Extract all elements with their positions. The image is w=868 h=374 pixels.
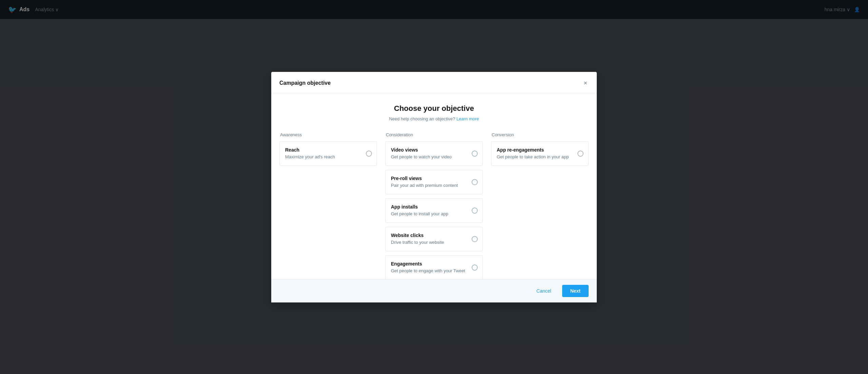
app-re-engagements-option[interactable]: App re-engagements Get people to take ac… <box>491 141 589 166</box>
video-views-radio[interactable] <box>472 151 478 157</box>
awareness-column: Awareness Reach Maximize your ad's reach <box>279 132 377 279</box>
website-clicks-desc: Drive traffic to your website <box>391 239 469 245</box>
app-re-engagements-desc: Get people to take action in your app <box>497 154 575 160</box>
pre-roll-views-radio[interactable] <box>472 179 478 185</box>
modal-header: Campaign objective × <box>271 72 597 93</box>
consideration-column: Consideration Video views Get people to … <box>385 132 483 279</box>
website-clicks-option[interactable]: Website clicks Drive traffic to your web… <box>385 227 483 251</box>
modal-title: Campaign objective <box>279 80 331 86</box>
reach-title: Reach <box>285 147 363 153</box>
next-button[interactable]: Next <box>562 285 589 297</box>
engagements-option[interactable]: Engagements Get people to engage with yo… <box>385 255 483 279</box>
reach-radio[interactable] <box>366 151 372 157</box>
app-re-engagements-radio[interactable] <box>577 151 584 157</box>
video-views-title: Video views <box>391 147 469 153</box>
app-installs-desc: Get people to install your app <box>391 211 469 217</box>
pre-roll-views-title: Pre-roll views <box>391 176 469 181</box>
website-clicks-title: Website clicks <box>391 233 469 238</box>
pre-roll-views-desc: Pair your ad with premium content <box>391 182 469 189</box>
close-button[interactable]: × <box>582 79 589 87</box>
pre-roll-views-option[interactable]: Pre-roll views Pair your ad with premium… <box>385 170 483 194</box>
engagements-desc: Get people to engage with your Tweet <box>391 268 469 274</box>
website-clicks-radio[interactable] <box>472 236 478 242</box>
engagements-title: Engagements <box>391 261 469 267</box>
reach-option[interactable]: Reach Maximize your ad's reach <box>279 141 377 166</box>
objectives-grid: Awareness Reach Maximize your ad's reach… <box>279 132 589 279</box>
choose-subtitle: Need help choosing an objective? Learn m… <box>279 116 589 121</box>
campaign-objective-modal: Campaign objective × Choose your objecti… <box>271 72 597 302</box>
choose-heading: Choose your objective <box>279 104 589 113</box>
conversion-label: Conversion <box>491 132 589 137</box>
app-installs-radio[interactable] <box>472 208 478 214</box>
app-installs-option[interactable]: App installs Get people to install your … <box>385 198 483 223</box>
engagements-radio[interactable] <box>472 264 478 271</box>
modal-footer: Cancel Next <box>271 279 597 302</box>
video-views-desc: Get people to watch your video <box>391 154 469 160</box>
awareness-label: Awareness <box>279 132 377 137</box>
conversion-column: Conversion App re-engagements Get people… <box>491 132 589 279</box>
subtext: Need help choosing an objective? <box>389 116 455 121</box>
reach-desc: Maximize your ad's reach <box>285 154 363 160</box>
app-installs-title: App installs <box>391 204 469 210</box>
video-views-option[interactable]: Video views Get people to watch your vid… <box>385 141 483 166</box>
modal-overlay: Campaign objective × Choose your objecti… <box>0 0 868 374</box>
learn-more-link[interactable]: Learn more <box>456 116 479 121</box>
modal-body: Choose your objective Need help choosing… <box>271 93 597 279</box>
consideration-label: Consideration <box>385 132 483 137</box>
cancel-button[interactable]: Cancel <box>531 286 557 296</box>
app-re-engagements-title: App re-engagements <box>497 147 575 153</box>
